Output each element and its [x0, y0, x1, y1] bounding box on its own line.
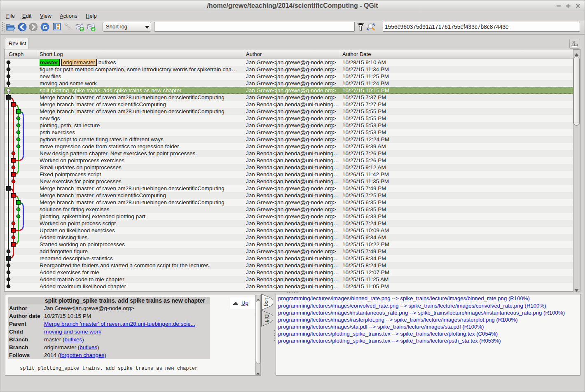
svg-text:Log: Log [264, 297, 270, 306]
svg-text:Diff: Diff [264, 314, 270, 322]
svg-text:G: G [43, 24, 47, 30]
